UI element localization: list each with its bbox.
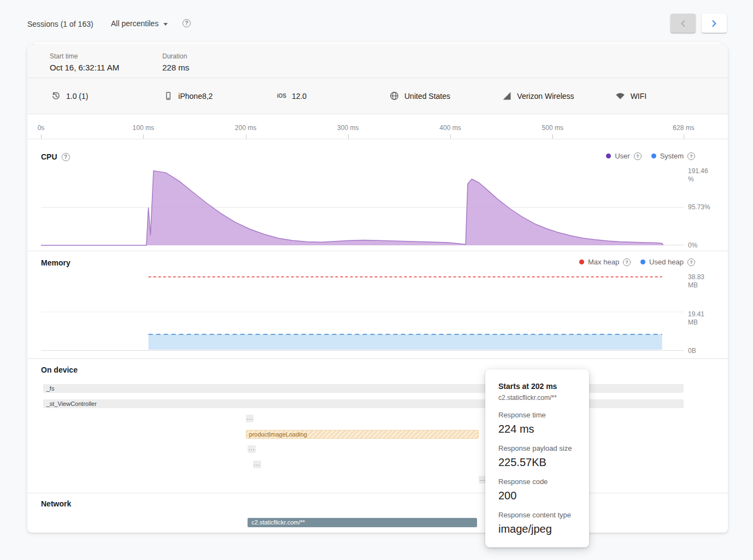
legend-item-max-heap: Max heap ? (579, 258, 631, 266)
cpu-section-title: CPU ? (41, 152, 70, 161)
user-legend-dot (606, 154, 611, 158)
sessions-count-label: Sessions (1 of 163) (27, 20, 93, 28)
network-section-title: Network (41, 499, 71, 508)
percentiles-dropdown-label: All percentiles (111, 19, 158, 28)
os-version-value: 12.0 (292, 92, 307, 101)
start-time-value: Oct 16, 6:32:11 AM (50, 63, 119, 72)
cpu-axis-zero: 0% (688, 241, 697, 250)
help-icon[interactable]: ? (183, 19, 191, 27)
cpu-chart[interactable] (41, 169, 684, 245)
timeline-tick-mark (143, 134, 144, 139)
on-device-title-text: On device (41, 366, 78, 374)
timeline-tick-label: 500 ms (542, 124, 563, 132)
network-request-bar[interactable]: c2.staticflickr.com/** (248, 518, 476, 527)
next-session-button[interactable] (702, 14, 727, 33)
timeline-tick-label: 0s (38, 124, 45, 132)
memory-axis-zero: 0B (688, 347, 696, 355)
attr-carrier: Verizon Wireless (502, 91, 615, 101)
tooltip-field-label: Response code (498, 478, 576, 486)
system-help-icon[interactable]: ? (687, 152, 695, 160)
legend-item-system: System ? (651, 152, 695, 160)
timeline-tick-mark (246, 134, 246, 139)
timeline-tick-mark (450, 134, 451, 139)
prev-session-button[interactable] (670, 14, 696, 33)
device-icon (164, 91, 173, 101)
tooltip-title: Starts at 202 ms (498, 381, 576, 391)
used-heap-legend-dot (640, 260, 645, 264)
chevron-left-icon (680, 20, 686, 27)
cpu-legend: User ? System ? (606, 152, 695, 160)
memory-axis-max: 38.83MB (688, 273, 704, 290)
timeline-tick-mark (41, 134, 42, 139)
duration-value: 228 ms (162, 63, 189, 72)
trace-chip[interactable]: ... (248, 445, 256, 453)
user-help-icon[interactable]: ? (634, 152, 642, 160)
app-version-value: 1.0 (1) (66, 92, 88, 101)
cpu-help-icon[interactable]: ? (62, 153, 70, 161)
wifi-icon (615, 92, 625, 100)
tooltip-field-label: Response payload size (498, 444, 576, 453)
session-nav (670, 14, 727, 33)
network-section: Network c2.staticflickr.com/** (27, 493, 728, 533)
attr-app-version: 1.0 (1) (51, 91, 164, 101)
on-device-section: On device _fs_st_ViewController...produc… (27, 359, 728, 493)
used-heap-help-icon[interactable]: ? (687, 258, 695, 266)
timeline-tick-label: 300 ms (337, 124, 358, 132)
os-icon: iOS (277, 93, 286, 99)
tooltip-field-value: 225.57KB (498, 456, 576, 469)
network-request-tooltip: Starts at 202 ms c2.staticflickr.com/** … (485, 369, 589, 547)
session-card: Start time Oct 16, 6:32:11 AM Duration 2… (27, 45, 728, 533)
carrier-signal-icon (502, 91, 511, 101)
duration-field: Duration 228 ms (162, 52, 189, 72)
trace-chip[interactable]: ... (253, 461, 261, 468)
cpu-axis-max: 191.46% (688, 167, 708, 184)
on-device-section-title: On device (41, 366, 78, 374)
timeline-ruler: 0s100 ms200 ms300 ms400 ms500 ms628 ms (27, 114, 728, 139)
session-header: Start time Oct 16, 6:32:11 AM Duration 2… (27, 45, 728, 78)
attr-device-model: iPhone8,2 (164, 91, 277, 101)
country-icon (390, 91, 399, 101)
used-heap-legend-label: Used heap (649, 258, 684, 266)
country-value: United States (404, 92, 450, 101)
trace-bar[interactable]: productImageLoading (246, 430, 479, 439)
user-legend-label: User (615, 152, 630, 160)
trace-chip[interactable]: ... (246, 415, 254, 422)
cpu-section: CPU ? User ? System ? 191.46% (27, 139, 728, 251)
chevron-right-icon (711, 20, 717, 27)
attr-network-type: WIFI (615, 92, 728, 101)
memory-axis-mid: 19.41MB (688, 310, 704, 327)
memory-chart[interactable] (41, 273, 684, 351)
tooltip-field-value: 224 ms (498, 422, 576, 435)
memory-section-title: Memory (41, 258, 70, 267)
chevron-down-icon (163, 23, 168, 26)
attr-country: United States (390, 91, 502, 101)
device-model-value: iPhone8,2 (178, 92, 213, 101)
system-legend-label: System (660, 152, 684, 160)
tooltip-field-label: Response time (498, 411, 576, 420)
timeline-tick-mark (348, 134, 349, 139)
percentiles-dropdown[interactable]: All percentiles (111, 19, 168, 28)
network-type-value: WIFI (631, 92, 647, 101)
legend-item-used-heap: Used heap ? (640, 258, 695, 266)
max-heap-legend-dot (579, 260, 584, 264)
device-attributes-row: 1.0 (1) iPhone8,2 iOS 12.0 (27, 78, 728, 114)
timeline-tick-label: 200 ms (235, 124, 256, 132)
tooltip-subtitle: c2.staticflickr.com/** (498, 393, 576, 402)
app-version-icon (51, 91, 61, 101)
cpu-title-text: CPU (41, 152, 57, 161)
max-heap-help-icon[interactable]: ? (623, 258, 631, 266)
timeline-tick-mark (552, 134, 553, 139)
timeline-tick-mark (684, 134, 684, 139)
timeline-tick-label: 628 ms (673, 124, 694, 132)
carrier-value: Verizon Wireless (517, 92, 574, 101)
memory-section: Memory Max heap ? Used heap ? 38.83MB (27, 251, 728, 359)
device-attributes: 1.0 (1) iPhone8,2 iOS 12.0 (51, 78, 728, 114)
memory-title-text: Memory (41, 258, 70, 267)
tooltip-field-label: Response content type (498, 511, 576, 520)
attr-os-version: iOS 12.0 (277, 92, 390, 101)
network-title-text: Network (41, 499, 71, 508)
start-time-label: Start time (50, 52, 119, 60)
cpu-axis-mid: 95.73% (688, 203, 710, 211)
memory-legend: Max heap ? Used heap ? (579, 258, 695, 266)
tooltip-field-value: image/jpeg (498, 522, 576, 535)
